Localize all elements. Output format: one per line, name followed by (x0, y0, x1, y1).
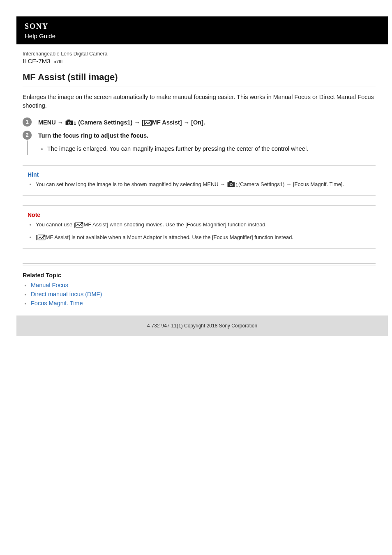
mf-assist-icon (75, 222, 83, 230)
list-item: Direct manual focus (DMF) (31, 291, 376, 297)
related-divider-2 (23, 265, 376, 265)
note-label: Note (28, 212, 375, 218)
note-box: Note You cannot use [MF Assist] when sho… (23, 205, 376, 249)
related-divider-1 (23, 263, 376, 264)
step1-text-c: MF Assist] → [On]. (152, 119, 205, 126)
step1-text-a: MENU → (38, 119, 65, 126)
product-model: ILCE-7M3 α7III (23, 58, 376, 64)
camera-settings1-icon (227, 181, 238, 190)
related-title: Related Topic (23, 272, 376, 279)
header-bar: SONY Help Guide (16, 16, 388, 44)
product-line: Interchangeable Lens Digital Camera (23, 51, 376, 57)
footer: 4-732-947-11(1) Copyright 2018 Sony Corp… (16, 315, 388, 336)
note-item-1: You cannot use [MF Assist] when shooting… (36, 221, 375, 230)
list-item: Manual Focus (31, 282, 376, 288)
intro-text: Enlarges the image on the screen automat… (23, 93, 376, 110)
note-item-2: [MF Assist] is not available when a Moun… (36, 233, 375, 243)
step-1-heading: MENU → (Camera Settings1) → [MF Assist] … (38, 117, 376, 129)
brand-logo: SONY (25, 22, 380, 31)
main-content: Interchangeable Lens Digital Camera ILCE… (0, 44, 392, 306)
model-suffix: α7III (54, 59, 63, 64)
title-divider (23, 87, 376, 87)
step-2-bullets: The image is enlarged. You can magnify i… (38, 145, 376, 154)
note1-a: You cannot use [ (36, 221, 75, 228)
step-badge-1: 1 (23, 117, 32, 127)
note2-b: MF Assist] is not available when a Mount… (46, 234, 293, 240)
mf-assist-icon (37, 235, 46, 243)
mf-assist-icon (144, 119, 152, 129)
step-badge-2: 2 (23, 131, 32, 140)
related-list: Manual Focus Direct manual focus (DMF) F… (23, 282, 376, 306)
related-link-focus-magnif-time[interactable]: Focus Magnif. Time (31, 300, 83, 306)
step-2-heading: Turn the focus ring to adjust the focus. (38, 131, 376, 140)
page-title: MF Assist (still image) (23, 72, 376, 83)
step-2-bullet-1: The image is enlarged. You can magnify i… (47, 145, 376, 154)
list-item: Focus Magnif. Time (31, 300, 376, 306)
note1-b: MF Assist] when shooting movies. Use the… (83, 221, 267, 228)
hint-box: Hint You can set how long the image is t… (23, 165, 376, 196)
hint-text-a: You can set how long the image is to be … (36, 181, 227, 187)
hint-item-1: You can set how long the image is to be … (36, 180, 375, 190)
related-link-dmf[interactable]: Direct manual focus (DMF) (31, 291, 102, 297)
model-code: ILCE-7M3 (23, 58, 51, 64)
step-2-vline (27, 140, 28, 155)
step1-text-b: (Camera Settings1) → [ (76, 119, 144, 126)
related-link-manual-focus[interactable]: Manual Focus (31, 282, 68, 288)
step-1: 1 MENU → (Camera Settings1) → [MF Assist… (23, 117, 376, 129)
camera-settings1-icon (65, 119, 76, 129)
header-subtitle: Help Guide (25, 32, 380, 39)
hint-text-b: (Camera Settings1) → [Focus Magnif. Time… (238, 181, 344, 187)
step-2: 2 Turn the focus ring to adjust the focu… (23, 131, 376, 154)
hint-label: Hint (28, 171, 375, 178)
